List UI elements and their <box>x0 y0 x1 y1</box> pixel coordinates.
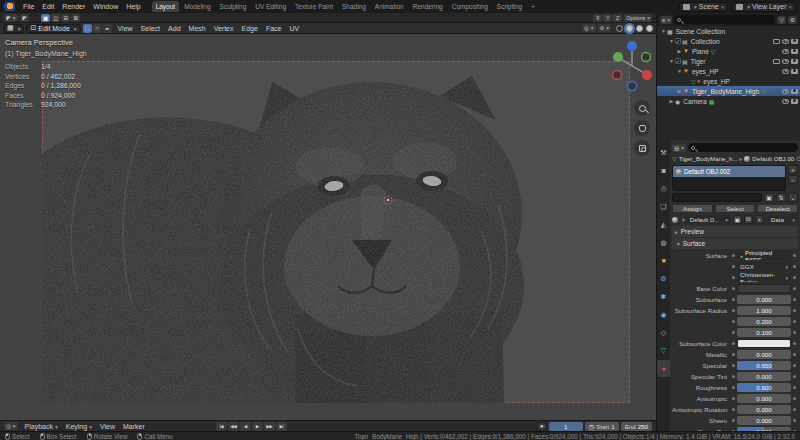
slot-specials-menu[interactable]: ⌄ <box>788 193 798 202</box>
outliner-display-mode[interactable]: ≡ <box>660 16 672 24</box>
mirror-y-toggle[interactable]: Y <box>603 14 612 22</box>
select-option-2[interactable]: ⊟ <box>61 14 70 22</box>
hide-render-icon[interactable] <box>791 69 798 74</box>
sort-icon[interactable]: ⇅ <box>776 193 786 202</box>
mode-dropdown[interactable]: ⊡Edit Mode <box>26 24 80 33</box>
outliner-row-eyes-hp[interactable]: ▼▼eyes_HP <box>657 66 800 76</box>
collection-checkbox[interactable]: ✓ <box>675 38 681 44</box>
3d-viewport[interactable]: Camera Perspective (1) Tiger_BodyMane_Hi… <box>0 34 656 420</box>
close-icon[interactable]: × <box>721 4 725 10</box>
hide-viewport-icon[interactable] <box>782 39 789 44</box>
workspace-tab-rendering[interactable]: Rendering <box>409 1 447 12</box>
zoom-button[interactable] <box>634 100 650 116</box>
select-option-1[interactable]: ◫ <box>51 14 60 22</box>
outliner-filter-button[interactable]: ▽ <box>777 16 786 24</box>
add-slot-button[interactable]: + <box>788 165 798 174</box>
value-slider[interactable]: 0.000 <box>737 372 791 381</box>
collection-checkbox[interactable]: ✓ <box>675 58 681 64</box>
outliner-search-input[interactable] <box>674 15 775 24</box>
collapse-icon[interactable]: ▼ <box>668 58 675 64</box>
mirror-z-toggle[interactable]: Z <box>613 14 622 22</box>
menu-file[interactable]: File <box>19 2 38 11</box>
output-properties-tab[interactable]: ⎙ <box>657 180 670 197</box>
viewport-menu-edge[interactable]: Edge <box>238 24 262 33</box>
material-preview-shading-button[interactable] <box>636 25 643 32</box>
overlays-dropdown[interactable]: ⊘ <box>598 24 611 32</box>
scene-properties-tab[interactable]: ◭ <box>657 216 670 233</box>
value-slider[interactable]: 1.000 <box>737 306 791 315</box>
outliner-row-tiger[interactable]: ▼✓▤Tiger <box>657 56 800 66</box>
dropdown-field[interactable]: GGX <box>737 262 791 271</box>
assign-button[interactable]: Assign <box>672 204 713 213</box>
pan-button[interactable] <box>634 120 650 136</box>
workspace-tab-layout[interactable]: Layout <box>152 1 180 12</box>
timeline-menu-marker[interactable]: Marker <box>119 422 149 431</box>
particles-properties-tab[interactable]: ✱ <box>657 288 670 305</box>
viewport-menu-add[interactable]: Add <box>164 24 184 33</box>
value-slider[interactable]: 0.000 <box>737 350 791 359</box>
frame-end-field[interactable]: End250 <box>621 422 652 431</box>
play-button[interactable]: ▶ <box>252 422 263 431</box>
mirror-x-toggle[interactable]: X <box>593 14 602 22</box>
expand-icon[interactable]: ▶ <box>668 98 675 104</box>
hide-viewport-icon[interactable] <box>782 89 789 94</box>
add-workspace-button[interactable]: + <box>527 1 539 12</box>
workspace-tab-compositing[interactable]: Compositing <box>448 1 492 12</box>
outliner-row-collection[interactable]: ▼✓▤Collection <box>657 36 800 46</box>
value-slider[interactable]: 0.000 <box>737 405 791 414</box>
deselect-button[interactable]: Deselect <box>757 204 798 213</box>
value-slider[interactable]: 0.000 <box>737 394 791 403</box>
viewport-menu-face[interactable]: Face <box>262 24 286 33</box>
color-swatch[interactable] <box>737 284 791 293</box>
workspace-tab-modeling[interactable]: Modeling <box>180 1 214 12</box>
viewport-menu-vertex[interactable]: Vertex <box>210 24 238 33</box>
outliner-row-tiger-bodymane-high[interactable]: ▶▼Tiger_BodyMane_High▽ <box>657 86 800 96</box>
hide-viewport-icon[interactable] <box>782 59 789 64</box>
workspace-tab-texture-paint[interactable]: Texture Paint <box>291 1 337 12</box>
dropdown-field[interactable]: Christensen-Burley <box>737 273 791 282</box>
select-tool-button[interactable]: ◤ <box>20 14 29 22</box>
active-tool-dropdown[interactable]: ◤ <box>4 14 18 22</box>
menu-window[interactable]: Window <box>89 2 122 11</box>
outliner-options-button[interactable]: ⚙ <box>788 16 797 24</box>
outliner-row-scene collection[interactable]: ▼▦Scene Collection <box>657 26 800 36</box>
viewport-menu-select[interactable]: Select <box>137 24 164 33</box>
render-properties-tab[interactable]: ◙ <box>657 162 670 179</box>
material-datablock[interactable]: Default O... <box>687 215 731 224</box>
screen-icon[interactable] <box>773 39 780 44</box>
select-button[interactable]: Select <box>715 204 756 213</box>
value-slider[interactable]: 0.100 <box>737 328 791 337</box>
view-layer-selector[interactable]: View Layer × <box>732 2 796 12</box>
expand-icon[interactable]: ▶ <box>676 48 683 54</box>
properties-search-input[interactable] <box>688 143 798 152</box>
fake-user-icon[interactable]: ▣ <box>764 193 774 202</box>
workspace-tab-animation[interactable]: Animation <box>371 1 408 12</box>
timeline-menu-view[interactable]: View <box>96 422 119 431</box>
editor-type-button[interactable]: ▦ <box>3 24 24 33</box>
options-dropdown[interactable]: Options <box>624 14 652 22</box>
jump-to-prev-keyframe-button[interactable]: ◀◀ <box>228 422 239 431</box>
tiger-model[interactable] <box>0 34 656 420</box>
hide-viewport-icon[interactable] <box>782 49 789 54</box>
unlink-button[interactable]: × <box>755 215 764 224</box>
hide-render-icon[interactable] <box>791 49 798 54</box>
color-swatch[interactable] <box>737 339 791 348</box>
current-frame-field[interactable]: 1 <box>549 422 583 431</box>
frame-start-field[interactable]: ◷Start1 <box>585 422 619 431</box>
value-slider[interactable]: 0.000 <box>737 416 791 425</box>
shield-icon[interactable]: ▣ <box>733 215 742 224</box>
object-properties-tab[interactable]: ■ <box>657 252 670 269</box>
collapse-icon[interactable]: ▼ <box>668 38 675 44</box>
properties-editor-icon[interactable]: ▤ <box>672 144 686 152</box>
timeline-menu-keying[interactable]: Keying <box>62 422 96 431</box>
select-option-3[interactable]: ⊠ <box>71 14 80 22</box>
collapse-icon[interactable]: ▼ <box>660 28 667 34</box>
physics-properties-tab[interactable]: ◉ <box>657 306 670 323</box>
view-layer-properties-tab[interactable]: ❏ <box>657 198 670 215</box>
gizmos-dropdown[interactable]: ◎ <box>582 24 596 32</box>
wireframe-shading-button[interactable] <box>616 25 623 32</box>
material-slot-list[interactable]: Default OBJ.002 <box>672 165 786 191</box>
menu-help[interactable]: Help <box>122 2 144 11</box>
hide-viewport-icon[interactable] <box>782 69 789 74</box>
pin-icon[interactable]: ⊙ <box>796 155 800 163</box>
